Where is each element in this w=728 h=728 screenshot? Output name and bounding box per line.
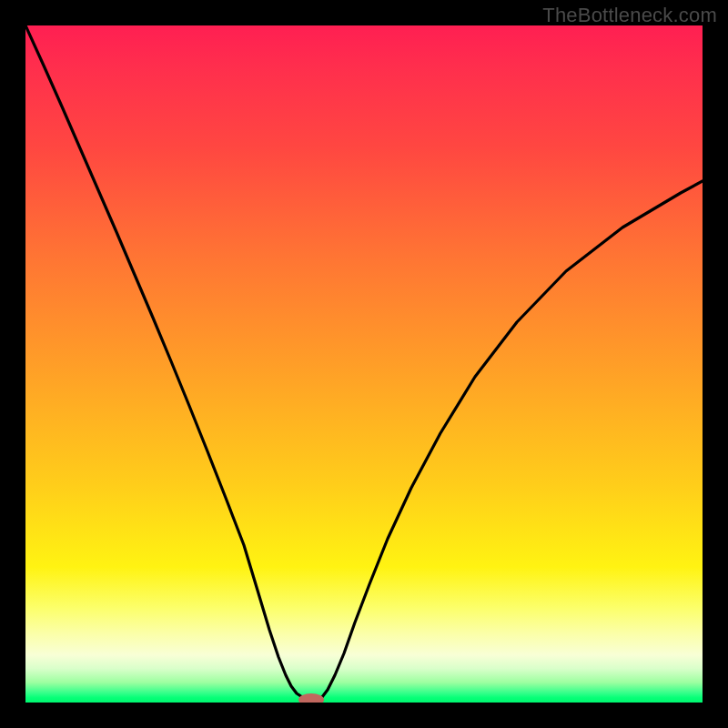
curve-right-branch: [322, 181, 703, 697]
curve-left-branch: [25, 25, 302, 697]
watermark-text: TheBottleneck.com: [542, 4, 717, 27]
chart-frame: TheBottleneck.com: [0, 0, 728, 728]
chart-svg: [25, 25, 703, 703]
plot-area: [25, 25, 703, 703]
minimum-marker: [298, 693, 324, 703]
